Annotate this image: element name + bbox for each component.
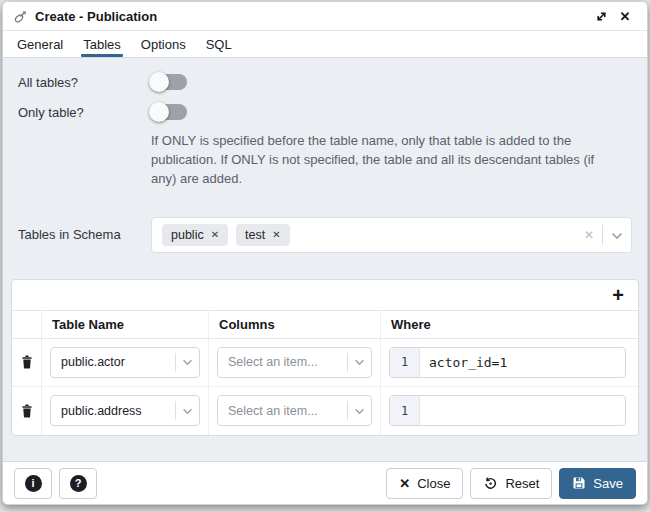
chevron-down-icon[interactable] (611, 226, 623, 244)
save-icon (572, 476, 586, 490)
toggle-knob (149, 72, 169, 92)
reset-icon (483, 476, 498, 491)
dialog-help-button[interactable]: ? (59, 468, 97, 499)
dialog-title: Create - Publication (35, 9, 157, 24)
chevron-down-icon (354, 355, 365, 369)
tables-in-schema-row: Tables in Schema public ✕ test ✕ ✕ (18, 217, 632, 253)
close-icon[interactable]: ✕ (613, 5, 637, 27)
multiselect-controls: ✕ (584, 225, 623, 245)
add-row-button[interactable]: + (610, 285, 626, 305)
dialog-tabs: General Tables Options SQL (3, 31, 647, 58)
selected-value: public.address (61, 404, 175, 418)
chip-label: public (171, 228, 204, 242)
only-table-label: Only table? (18, 102, 151, 189)
divider (347, 401, 348, 420)
header-where: Where (381, 311, 638, 338)
select-placeholder: Select an item... (228, 404, 347, 418)
all-tables-toggle[interactable] (151, 74, 187, 90)
chip-remove-icon[interactable]: ✕ (272, 230, 280, 240)
where-code[interactable]: actor_id=1 (420, 348, 625, 377)
table-row: public.address Select an item... (12, 387, 638, 435)
columns-select[interactable]: Select an item... (217, 395, 372, 426)
columns-select[interactable]: Select an item... (217, 347, 372, 378)
sql-help-button[interactable]: i (14, 468, 52, 499)
tab-tables[interactable]: Tables (73, 31, 131, 57)
only-table-help-text: If ONLY is specified before the table na… (151, 132, 623, 189)
toggle-knob (149, 102, 169, 122)
divider (175, 401, 176, 420)
publication-icon (13, 9, 28, 24)
expand-icon[interactable] (589, 5, 613, 27)
chevron-down-icon (182, 355, 193, 369)
reset-button[interactable]: Reset (470, 468, 552, 499)
close-button[interactable]: ✕ Close (386, 468, 463, 499)
clear-selection-icon[interactable]: ✕ (584, 229, 594, 241)
table-name-select[interactable]: public.address (50, 395, 200, 426)
where-editor[interactable]: 1 actor_id=1 (389, 347, 626, 378)
tables-in-schema-select[interactable]: public ✕ test ✕ ✕ (151, 217, 632, 253)
line-number: 1 (390, 396, 420, 425)
divider (602, 225, 603, 245)
where-editor[interactable]: 1 (389, 395, 626, 426)
tab-options[interactable]: Options (131, 31, 196, 57)
chevron-down-icon (182, 404, 193, 418)
dialog-content: All tables? Only table? If ONLY is speci… (3, 58, 647, 461)
header-table-name: Table Name (42, 311, 209, 338)
dialog-titlebar: Create - Publication ✕ (3, 2, 647, 31)
where-code[interactable] (420, 396, 625, 425)
chip-label: test (245, 228, 265, 242)
table-name-select[interactable]: public.actor (50, 347, 200, 378)
only-table-toggle[interactable] (151, 104, 187, 120)
header-columns: Columns (209, 311, 381, 338)
all-tables-label: All tables? (18, 72, 151, 90)
info-icon: i (25, 475, 42, 492)
grid-toolbar: + (12, 280, 638, 311)
divider (175, 353, 176, 372)
help-icon: ? (70, 475, 87, 492)
line-number: 1 (390, 348, 420, 377)
chip-remove-icon[interactable]: ✕ (211, 230, 219, 240)
tables-grid: + Table Name Columns Where (11, 279, 639, 436)
only-table-row: Only table? If ONLY is specified before … (18, 102, 632, 189)
close-icon: ✕ (399, 477, 410, 490)
table-row: public.actor Select an item... (12, 339, 638, 387)
header-blank-cell (12, 311, 42, 338)
chevron-down-icon (354, 404, 365, 418)
divider (347, 353, 348, 372)
delete-row-icon[interactable] (12, 387, 42, 435)
tab-sql[interactable]: SQL (196, 31, 242, 57)
delete-row-icon[interactable] (12, 339, 42, 386)
create-publication-dialog: Create - Publication ✕ General Tables Op… (2, 1, 648, 505)
chip-test[interactable]: test ✕ (236, 224, 290, 246)
chip-list: public ✕ test ✕ (162, 224, 584, 246)
all-tables-row: All tables? (18, 72, 632, 90)
chip-public[interactable]: public ✕ (162, 224, 228, 246)
tables-in-schema-label: Tables in Schema (18, 227, 151, 242)
grid-header: Table Name Columns Where (12, 311, 638, 339)
select-placeholder: Select an item... (228, 355, 347, 369)
selected-value: public.actor (61, 355, 175, 369)
dialog-footer: i ? ✕ Close Reset (3, 461, 647, 504)
tab-general[interactable]: General (7, 31, 73, 57)
save-button[interactable]: Save (559, 468, 636, 499)
